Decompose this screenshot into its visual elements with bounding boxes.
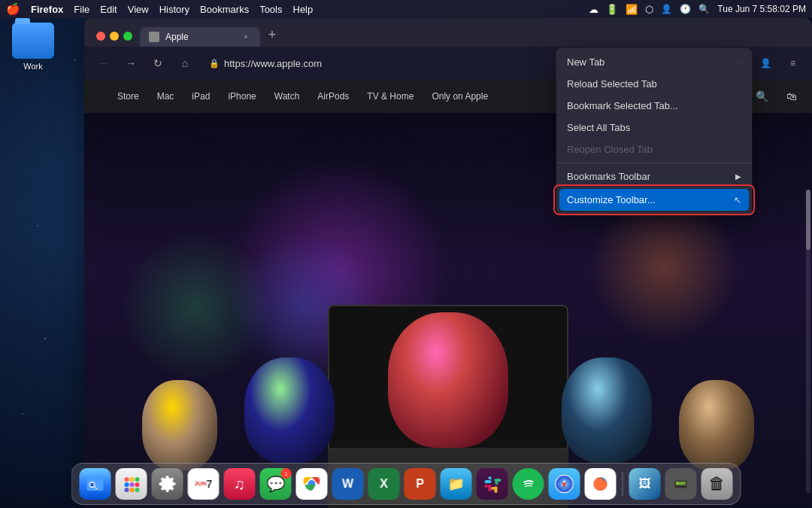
wifi-icon: 📶 (626, 4, 638, 15)
dock-item-preview[interactable]: 🖼 (629, 468, 661, 500)
memoji-character-center (388, 312, 508, 448)
apple-menu-icon[interactable]: 🍎 (6, 2, 20, 16)
menu-tools[interactable]: Tools (259, 4, 282, 15)
tab-favicon (149, 32, 159, 42)
menu-view[interactable]: View (128, 4, 149, 15)
nav-watch[interactable]: Watch (274, 91, 300, 102)
menubar: 🍎 Firefox File Edit View History Bookmar… (0, 0, 812, 18)
context-menu-select-all[interactable]: Select All Tabs (556, 117, 752, 138)
dock-item-firefox[interactable] (585, 468, 617, 500)
svg-point-11 (130, 488, 135, 492)
context-menu-new-tab-label: New Tab (567, 56, 604, 68)
dock-item-excel[interactable]: X (368, 468, 400, 500)
bag-nav-icon[interactable]: 🛍 (786, 90, 797, 102)
memoji-character-right (562, 357, 652, 463)
dock-item-chrome[interactable] (296, 468, 328, 500)
menu-bookmarks[interactable]: Bookmarks (200, 4, 249, 15)
maximize-button[interactable] (123, 32, 132, 41)
icloud-icon: ☁ (589, 4, 598, 15)
dock-item-finder[interactable] (80, 468, 111, 500)
desktop: 🍎 Firefox File Edit View History Bookmar… (0, 0, 812, 508)
dock-item-sidecar[interactable]: 📟 (665, 468, 697, 500)
folder-label: Work (23, 62, 42, 71)
search-nav-icon[interactable]: 🔍 (756, 90, 768, 102)
dock-item-word[interactable]: W (332, 468, 364, 500)
context-menu-reload[interactable]: Reload Selected Tab (556, 73, 752, 95)
time-display: Tue Jun 7 5:58:02 PM (717, 4, 806, 14)
scrollbar-area[interactable] (803, 175, 812, 508)
svg-point-2 (90, 483, 94, 487)
dock-item-spotify[interactable] (513, 468, 544, 500)
context-menu-bookmark-label: Bookmark Selected Tab... (567, 100, 678, 111)
context-menu-bookmarks-toolbar[interactable]: Bookmarks Toolbar ▶ (556, 166, 752, 187)
dock-item-launchpad[interactable] (116, 468, 147, 500)
dock-item-safari[interactable] (549, 468, 580, 500)
nav-store[interactable]: Store (117, 91, 139, 102)
dock-item-powerpoint[interactable]: P (404, 468, 436, 500)
folder-icon (12, 23, 54, 59)
tab-bar: Apple × + (84, 18, 812, 47)
svg-point-12 (135, 488, 140, 492)
dock-item-calendar[interactable]: JUN 7 (188, 468, 220, 500)
context-menu-bookmark[interactable]: Bookmark Selected Tab... (556, 95, 752, 117)
nav-iphone[interactable]: iPhone (228, 91, 256, 102)
nav-mac[interactable]: Mac (157, 91, 174, 102)
minimize-button[interactable] (110, 32, 119, 41)
home-button[interactable]: ⌂ (174, 53, 195, 74)
bluetooth-icon: ⬡ (645, 4, 653, 15)
hamburger-menu-button[interactable]: ≡ (782, 53, 803, 74)
nav-only-apple[interactable]: Only on Apple (432, 91, 488, 102)
search-icon[interactable]: 🔍 (698, 4, 710, 14)
scrollbar-thumb[interactable] (806, 190, 810, 250)
app-name-label[interactable]: Firefox (31, 4, 63, 15)
dock-item-messages[interactable]: 💬 1 (260, 468, 292, 500)
user-icon: 👤 (661, 4, 672, 14)
browser-tab-active[interactable]: Apple × (140, 27, 260, 47)
menu-help[interactable]: Help (293, 4, 314, 15)
svg-point-5 (130, 477, 135, 482)
context-menu-bookmarks-toolbar-label: Bookmarks Toolbar (567, 171, 650, 182)
context-menu-reopen: Reopen Closed Tab (556, 138, 752, 160)
cursor-indicator: ↖ (734, 195, 741, 205)
nav-airpods[interactable]: AirPods (317, 91, 349, 102)
context-menu-customize-toolbar[interactable]: Customize Toolbar... ↖ (559, 189, 749, 211)
svg-point-10 (125, 488, 129, 492)
back-button[interactable]: ← (93, 53, 114, 74)
profile-button[interactable]: 👤 (755, 53, 776, 74)
battery-icon: 🔋 (606, 4, 618, 15)
context-menu: New Tab Reload Selected Tab Bookmark Sel… (556, 48, 752, 215)
tab-close-button[interactable]: × (241, 32, 251, 42)
reload-button[interactable]: ↻ (147, 53, 168, 74)
tab-title: Apple (165, 32, 189, 42)
dock-separator (623, 472, 623, 496)
svg-point-6 (135, 477, 140, 482)
desktop-folder-work[interactable]: Work (12, 23, 54, 71)
menu-history[interactable]: History (159, 4, 189, 15)
traffic-lights (90, 32, 138, 47)
menu-edit[interactable]: Edit (100, 4, 117, 15)
clock-icon: 🕐 (680, 4, 691, 14)
scrollbar (806, 190, 810, 493)
dock-item-music[interactable]: ♫ (224, 468, 256, 500)
security-icon: 🔒 (209, 59, 220, 68)
browser-window: Apple × + ← → ↻ ⌂ 🔒 https://www.apple.co… (84, 18, 812, 508)
context-menu-customize-toolbar-label: Customize Toolbar... (567, 194, 656, 205)
dock-item-slack[interactable] (477, 468, 508, 500)
new-tab-button[interactable]: + (262, 24, 283, 45)
nav-ipad[interactable]: iPad (192, 91, 210, 102)
dock-item-files[interactable]: 📁 (441, 468, 472, 500)
dock-item-trash[interactable]: 🗑 (701, 468, 733, 500)
forward-button[interactable]: → (120, 53, 141, 74)
menubar-left: 🍎 Firefox File Edit View History Bookmar… (6, 2, 313, 16)
submenu-arrow-icon: ▶ (735, 172, 741, 181)
context-menu-new-tab[interactable]: New Tab (556, 51, 752, 73)
dock-item-settings[interactable] (152, 468, 183, 500)
close-button[interactable] (96, 32, 105, 41)
menu-file[interactable]: File (74, 4, 89, 15)
context-menu-reload-label: Reload Selected Tab (567, 78, 657, 90)
context-menu-separator (556, 163, 752, 163)
memoji-character-far-right (679, 380, 754, 470)
menubar-right: ☁ 🔋 📶 ⬡ 👤 🕐 🔍 Tue Jun 7 5:58:02 PM (589, 4, 806, 15)
svg-point-4 (125, 477, 129, 482)
nav-tv[interactable]: TV & Home (367, 91, 414, 102)
